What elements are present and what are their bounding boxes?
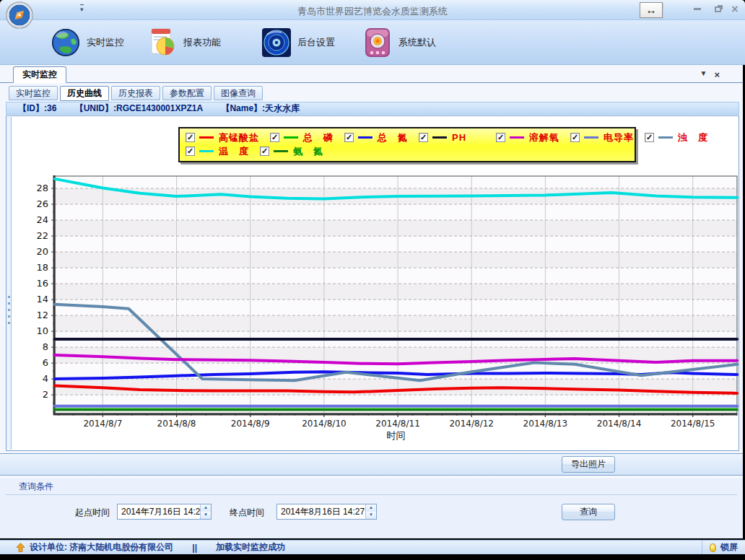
legend-checkbox[interactable]: ✓ [260, 146, 269, 156]
legend-label: 电导率 [604, 131, 634, 144]
query-conditions-panel: 查询条件 起点时间 2014年7月16日 14:27: ▲▼ 终点时间 2014… [0, 477, 743, 538]
left-splitter-handle[interactable] [6, 117, 12, 450]
legend-item: ✓浊 度 [645, 131, 708, 144]
legend-label: 溶解氧 [529, 131, 559, 144]
legend-item: ✓溶解氧 [496, 131, 559, 144]
legend-item: ✓PH [419, 132, 466, 143]
lock-screen-label: 锁屏 [720, 541, 738, 554]
tab-history-curve[interactable]: 历史曲线 [60, 86, 109, 101]
svg-text:18: 18 [36, 262, 48, 273]
tab-parameter-config[interactable]: 参数配置 [162, 86, 212, 100]
svg-text:2014/8/10: 2014/8/10 [302, 419, 347, 429]
legend-checkbox[interactable]: ✓ [270, 133, 279, 142]
start-time-label: 起点时间 [75, 507, 110, 519]
close-button[interactable]: × [728, 3, 742, 16]
main-toolbar: 实时监控 报表功能 后台设置 [0, 20, 745, 65]
spin-up-icon[interactable]: ▲ [366, 504, 376, 512]
sub-tab-bar: 实时监控 历史曲线 历史报表 参数配置 图像查询 [9, 86, 263, 101]
svg-text:14: 14 [36, 294, 48, 305]
legend-item: ✓温 度 [186, 145, 249, 158]
spin-up-icon[interactable]: ▲ [201, 504, 211, 512]
svg-text:24: 24 [36, 214, 48, 225]
station-name: 【Name】:天水水库 [221, 103, 300, 113]
end-time-input[interactable]: 2014年8月16日 14:27:: ▲▼ [276, 504, 377, 520]
legend-checkbox[interactable]: ✓ [186, 146, 195, 156]
legend-line-swatch [658, 136, 673, 139]
svg-text:2014/8/11: 2014/8/11 [375, 419, 420, 429]
settings-disc-icon [260, 26, 293, 59]
station-info-bar: 【ID】:36 【UNID】:RGCE1430001XPZ1A 【Name】:天… [6, 102, 739, 115]
legend-label: 总 磷 [303, 131, 334, 144]
window-title: 青岛市世界园艺博览会水质监测系统 [0, 5, 745, 18]
station-unid: 【UNID】:RGCE1430001XPZ1A [75, 103, 203, 113]
svg-text:22: 22 [36, 230, 48, 241]
legend-item: ✓氨 氮 [260, 145, 323, 158]
end-time-spinner[interactable]: ▲▼ [365, 504, 376, 519]
legend-line-swatch [510, 136, 524, 139]
report-icon [146, 26, 179, 59]
query-divider [6, 494, 737, 495]
svg-text:12: 12 [36, 310, 48, 320]
toolbar-button-settings[interactable]: 后台设置 [256, 24, 339, 61]
legend-checkbox[interactable]: ✓ [496, 133, 505, 142]
start-time-spinner[interactable]: ▲▼ [200, 504, 211, 519]
quick-access-caret-icon[interactable]: ▾ [80, 4, 84, 13]
title-bar: 青岛市世界园艺博览会水质监测系统 ▾ ↔ × [0, 0, 745, 20]
toolbar-button-reports[interactable]: 报表功能 [141, 24, 225, 61]
legend-line-swatch [199, 136, 214, 139]
tab-image-query[interactable]: 图像查询 [214, 86, 263, 100]
legend-line-swatch [284, 136, 298, 139]
legend-label: 氨 氮 [293, 145, 323, 158]
svg-text:28: 28 [36, 183, 48, 193]
legend-line-swatch [432, 136, 447, 139]
tab-history-report[interactable]: 历史报表 [111, 86, 160, 100]
legend-checkbox[interactable]: ✓ [344, 133, 354, 142]
toolbar-button-realtime[interactable]: 实时监控 [45, 24, 128, 61]
resize-button[interactable]: ↔ [640, 2, 663, 18]
tab-close-icon[interactable]: × [714, 69, 720, 80]
toolbar-label-settings: 后台设置 [297, 36, 335, 49]
legend-row: ✓高锰酸盐✓总 磷✓总 氮✓PH✓溶解氧✓电导率✓浊 度 [186, 131, 629, 144]
toolbar-button-system-default[interactable]: 系统默认 [357, 24, 440, 61]
legend-box: ✓高锰酸盐✓总 磷✓总 氮✓PH✓溶解氧✓电导率✓浊 度✓温 度✓氨 氮 [178, 127, 636, 162]
compass-app-icon[interactable] [5, 1, 34, 30]
svg-text:2014/8/7: 2014/8/7 [83, 419, 122, 429]
legend-checkbox[interactable]: ✓ [645, 133, 654, 142]
legend-label: 浊 度 [678, 131, 708, 144]
spin-down-icon[interactable]: ▼ [366, 512, 376, 519]
restore-button[interactable] [710, 3, 725, 16]
legend-checkbox[interactable]: ✓ [186, 133, 195, 142]
document-tab-realtime[interactable]: 实时监控 [13, 66, 66, 83]
toolbar-label-system-default: 系统默认 [398, 36, 436, 49]
lock-screen-button[interactable]: 锁屏 [702, 541, 745, 554]
legend-item: ✓总 磷 [270, 131, 334, 144]
legend-line-swatch [358, 136, 372, 139]
export-photo-button[interactable]: 导出照片 [562, 456, 615, 473]
tab-realtime-monitor[interactable]: 实时监控 [9, 86, 58, 100]
bulb-icon [710, 543, 716, 552]
designer-text: 设计单位: 济南大陆机电股份有限公司 [30, 541, 173, 554]
end-time-value: 2014年8月16日 14:27:: [277, 504, 365, 519]
minimize-button[interactable] [690, 3, 705, 16]
svg-text:8: 8 [43, 341, 48, 352]
start-time-value: 2014年7月16日 14:27: [118, 504, 200, 519]
history-curve-chart-panel: 2014/8/72014/8/82014/8/92014/8/102014/8/… [6, 115, 739, 451]
system-default-icon [361, 26, 394, 59]
legend-checkbox[interactable]: ✓ [570, 133, 580, 142]
station-id: 【ID】:36 [18, 103, 56, 113]
designer-icon [16, 543, 25, 552]
tab-list-dropdown-icon[interactable]: ▼ [700, 69, 707, 80]
query-conditions-title: 查询条件 [19, 481, 53, 493]
legend-label: PH [452, 132, 466, 143]
spin-down-icon[interactable]: ▼ [201, 512, 211, 519]
legend-line-swatch [199, 150, 214, 152]
legend-line-swatch [274, 150, 288, 152]
legend-checkbox[interactable]: ✓ [419, 133, 428, 142]
query-button[interactable]: 查询 [562, 504, 615, 520]
toolbar-label-reports: 报表功能 [183, 36, 221, 49]
status-bar: 设计单位: 济南大陆机电股份有限公司 || 加载实时监控成功 锁屏 [0, 540, 745, 554]
svg-text:6: 6 [43, 357, 48, 368]
svg-text:2014/8/13: 2014/8/13 [523, 419, 568, 429]
start-time-input[interactable]: 2014年7月16日 14:27: ▲▼ [117, 504, 212, 520]
legend-label: 高锰酸盐 [219, 131, 259, 144]
